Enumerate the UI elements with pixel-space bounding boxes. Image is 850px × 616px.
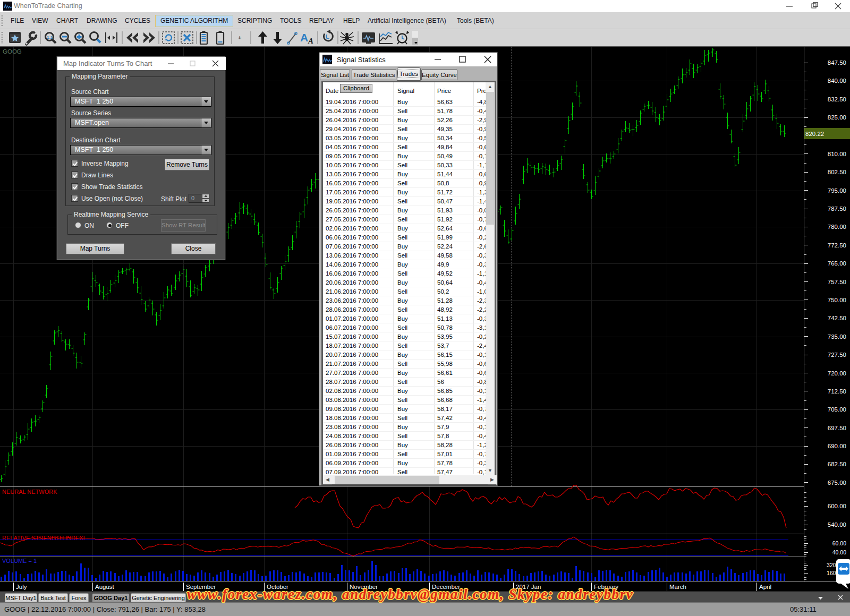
svg-text:40.00: 40.00 [832,549,846,555]
svg-text:765.00: 765.00 [828,260,846,267]
svg-text:A: A [300,31,308,44]
svg-text:727.50: 727.50 [828,352,846,358]
svg-text:705.00: 705.00 [828,406,846,413]
svg-text:802.50: 802.50 [828,169,846,175]
svg-text:697.50: 697.50 [828,425,846,431]
svg-text:780.00: 780.00 [828,224,846,230]
svg-text:July: July [16,584,27,590]
svg-text:NEURAL NETWORK: NEURAL NETWORK [2,489,57,495]
svg-text:VOLUME = 1: VOLUME = 1 [2,558,37,564]
svg-text:60.00: 60.00 [832,540,846,546]
svg-text:757.50: 757.50 [828,279,846,285]
svg-text:832.50: 832.50 [828,96,846,102]
svg-text:825.00: 825.00 [828,114,846,121]
svg-text:+: + [238,35,241,41]
svg-text:600.00: 600.00 [828,503,846,509]
svg-text:April: April [759,584,771,590]
svg-text:A: A [308,37,313,45]
svg-text:810.00: 810.00 [828,151,846,157]
svg-text:720.00: 720.00 [828,370,846,377]
svg-text:847.50: 847.50 [828,59,846,66]
svg-text:735.00: 735.00 [828,333,846,340]
svg-text:820.22: 820.22 [805,131,824,137]
svg-text:540.00: 540.00 [828,521,846,528]
svg-text:August: August [95,584,115,590]
svg-text:690.00: 690.00 [828,443,846,449]
svg-text:787.50: 787.50 [828,206,846,212]
svg-text:675.00: 675.00 [828,480,846,486]
svg-text:712.50: 712.50 [828,388,846,395]
svg-text:March: March [669,584,686,590]
svg-text:1:1: 1:1 [47,35,53,40]
svg-text:750.00: 750.00 [828,297,846,303]
svg-text:742.50: 742.50 [828,315,846,321]
svg-text:GOOG: GOOG [3,48,22,55]
svg-text:772.50: 772.50 [828,242,846,249]
svg-text:840.00: 840.00 [828,78,846,84]
svg-text:795.00: 795.00 [828,187,846,194]
svg-text:682.50: 682.50 [828,461,846,467]
